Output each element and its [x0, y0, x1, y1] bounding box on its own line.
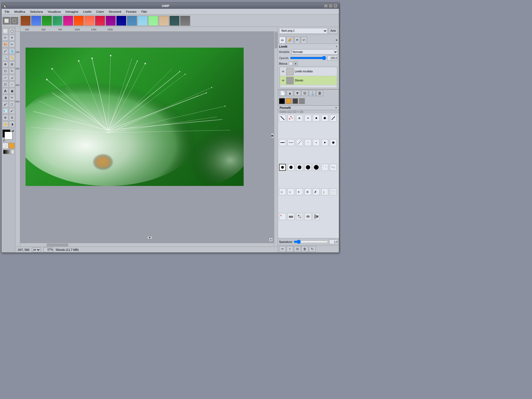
- brush-scatter1[interactable]: [321, 164, 328, 171]
- brush-dot-small1[interactable]: [305, 115, 311, 122]
- thumb-4-active[interactable]: [52, 16, 63, 26]
- canvas-right-arrow[interactable]: ▶: [271, 133, 274, 138]
- thumb-6[interactable]: [74, 16, 84, 26]
- swap-colors-button[interactable]: ⇄: [12, 130, 14, 132]
- tool-ink[interactable]: 🖋: [9, 108, 15, 114]
- edit-brush-button[interactable]: ✏: [279, 246, 286, 252]
- brush-x2[interactable]: ✗: [313, 188, 320, 195]
- menu-seleziona[interactable]: Seleziona: [28, 10, 45, 14]
- brush-dot-xl[interactable]: [296, 164, 303, 171]
- tab-undo[interactable]: ↩: [301, 37, 307, 43]
- brush-slash[interactable]: [330, 115, 337, 122]
- brush-x1[interactable]: ✕: [305, 188, 311, 195]
- tool-align[interactable]: ⊞: [9, 61, 15, 67]
- brush-dot-xs[interactable]: [305, 139, 311, 146]
- panel-expand-button[interactable]: ▶: [336, 39, 338, 41]
- reset-colors-button[interactable]: ⊙: [3, 139, 5, 142]
- image-select-dropdown[interactable]: flash.png-1: [279, 28, 327, 34]
- thumb-15[interactable]: [169, 16, 180, 26]
- spaziatura-slider[interactable]: [294, 240, 328, 244]
- menu-modifica[interactable]: Modifica: [12, 10, 27, 14]
- new-layer-button[interactable]: 📄: [279, 90, 286, 96]
- tool-perspective[interactable]: ⊡: [2, 81, 8, 87]
- tool-smudge[interactable]: 👆: [2, 121, 8, 127]
- menu-file[interactable]: File: [3, 10, 12, 14]
- brush-dot-small2[interactable]: [313, 115, 320, 122]
- thumb-8[interactable]: [95, 16, 105, 26]
- tool-fuzzy-select[interactable]: ✦: [9, 35, 15, 41]
- brush-scatter2[interactable]: [330, 164, 337, 171]
- lower-layer-button[interactable]: ▼: [294, 90, 301, 96]
- tool-zoom[interactable]: 🔍: [2, 55, 8, 61]
- scrollbar-vertical[interactable]: [274, 32, 278, 243]
- tool-rotate[interactable]: ↻: [9, 68, 15, 74]
- anchor-layer-button[interactable]: ⚓: [309, 90, 316, 96]
- brush-dot-s[interactable]: [313, 139, 320, 146]
- color-secondary[interactable]: [9, 143, 15, 149]
- thumb-9[interactable]: [106, 16, 116, 26]
- brush-texture3[interactable]: [305, 213, 311, 220]
- thumb-11[interactable]: [127, 16, 137, 26]
- menu-colori[interactable]: Colori: [94, 10, 106, 14]
- menu-immagine[interactable]: Immagine: [63, 10, 80, 14]
- layer-eye-1[interactable]: 👁: [281, 69, 285, 74]
- brush-dot-xxl[interactable]: [305, 164, 311, 171]
- swatch-black[interactable]: [279, 98, 285, 104]
- tool-scale[interactable]: ⤢: [2, 75, 8, 81]
- duplicate-brush-button[interactable]: ⧉: [294, 246, 301, 252]
- close-button[interactable]: ✕: [334, 4, 337, 8]
- layer-mode-select[interactable]: Normale: [292, 49, 338, 55]
- brushes-collapse-button[interactable]: ▼: [335, 106, 337, 109]
- tool-shear[interactable]: ⊿: [9, 75, 15, 81]
- tool-flip[interactable]: ↔: [9, 81, 15, 87]
- brush-dot-ml[interactable]: [288, 164, 294, 171]
- thumb-14[interactable]: [159, 16, 169, 26]
- tool-bucket[interactable]: ▣: [9, 88, 15, 94]
- delete-layer-button[interactable]: 🗑: [316, 90, 323, 96]
- tool-dodge[interactable]: ◑: [9, 121, 15, 127]
- brush-texture2[interactable]: [296, 213, 303, 220]
- opacity-value[interactable]: [327, 56, 338, 60]
- spaziatura-value[interactable]: [329, 239, 339, 244]
- menu-finestre[interactable]: Finestre: [124, 10, 139, 14]
- brush-scatter4[interactable]: ✤: [288, 188, 294, 195]
- layer-eye-2[interactable]: 👁: [281, 78, 285, 83]
- menu-visualizza[interactable]: Visualizza: [45, 10, 63, 14]
- blocca-checkbox[interactable]: [289, 62, 293, 65]
- tool-crop[interactable]: ⊡: [2, 68, 8, 74]
- menu-livello[interactable]: Livello: [81, 10, 94, 14]
- scrollbar-horizontal[interactable]: [20, 243, 274, 247]
- menu-filtri[interactable]: Filtri: [139, 10, 149, 14]
- brush-dot-l[interactable]: [330, 139, 337, 146]
- brush-star-red[interactable]: [288, 115, 294, 122]
- blocca-pattern-icon[interactable]: ⊞: [294, 61, 298, 66]
- thumb-5[interactable]: [63, 16, 73, 26]
- thumb-16[interactable]: [180, 16, 190, 26]
- foreground-color-swatch[interactable]: [5, 132, 13, 140]
- tab-channels[interactable]: 🌈: [286, 37, 294, 43]
- brush-dot-small3[interactable]: [321, 115, 328, 122]
- brush-line-h2[interactable]: [288, 139, 294, 146]
- thumb-10[interactable]: [116, 16, 126, 26]
- tool-rectangle-select[interactable]: ⬜: [2, 28, 8, 34]
- tool-pencil[interactable]: ✏: [9, 95, 15, 101]
- tool-icon-ellipse[interactable]: ◯: [11, 17, 18, 24]
- minimize-button[interactable]: _: [324, 4, 328, 8]
- brush-circle-selected[interactable]: [279, 164, 286, 171]
- thumb-12[interactable]: [138, 16, 148, 26]
- new-brush-button[interactable]: +: [286, 246, 293, 252]
- scrollbar-v-thumb[interactable]: [275, 32, 277, 48]
- tool-clone[interactable]: ⧉: [9, 115, 15, 120]
- tool-paths[interactable]: 🖊: [2, 48, 8, 54]
- brush-line-diag2[interactable]: [296, 139, 303, 146]
- tool-scissors[interactable]: ✂: [9, 41, 15, 47]
- tool-select-color[interactable]: 🎨: [2, 41, 8, 47]
- refresh-brushes-button[interactable]: ↻: [309, 246, 316, 252]
- tool-eraser[interactable]: ◻: [9, 101, 15, 107]
- tab-paths[interactable]: ✒: [294, 37, 300, 43]
- layer-item-pasted[interactable]: 👁 Livello incollato: [280, 67, 337, 76]
- brush-noise2[interactable]: [330, 188, 337, 195]
- tool-move[interactable]: ✥: [2, 61, 8, 67]
- brush-dot-xxxl[interactable]: [313, 164, 320, 171]
- brush-dot-m[interactable]: [321, 139, 328, 146]
